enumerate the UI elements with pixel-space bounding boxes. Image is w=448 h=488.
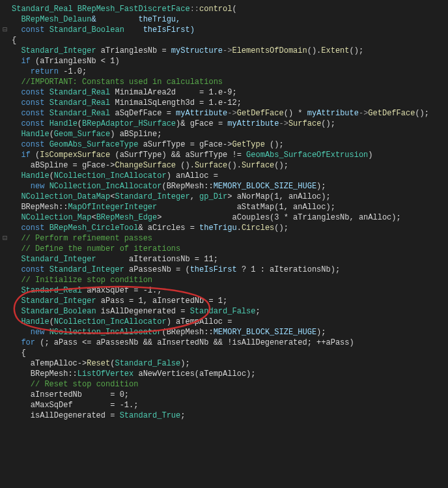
token-comment: // Define the number of iterations	[21, 244, 180, 253]
fold-icon[interactable]: ⊟	[3, 25, 9, 35]
code-line: Standard_Integer aIterationsNb = 11;	[0, 254, 448, 265]
code-line: isAllDegenerated = Standard_True;	[0, 410, 448, 421]
token-function: control	[199, 5, 232, 14]
token-type: Standard_Real	[12, 5, 73, 14]
code-line: // Initialize stop condition	[0, 275, 448, 285]
code-line: ⊟ const Standard_Boolean theIsFirst)	[0, 25, 448, 35]
code-line: const Handle(BRepAdaptor_HSurface)& gFac…	[0, 119, 448, 129]
token-comment: // Initialize stop condition	[21, 276, 152, 285]
code-line: // Define the number of iterations	[0, 244, 448, 254]
token-type: BRepMesh_Delaun	[21, 15, 91, 24]
code-line: if (IsCompexSurface (aSurfType) && aSurf…	[0, 150, 448, 160]
code-line: {	[0, 348, 448, 358]
code-line: aTempAlloc->Reset(Standard_False);	[0, 358, 448, 369]
code-line: NCollection_DataMap<Standard_Integer, gp…	[0, 192, 448, 202]
code-editor[interactable]: Standard_Real BRepMesh_FastDiscretFace::…	[0, 0, 448, 425]
code-line: Standard_Integer aTrianglesNb = myStruct…	[0, 46, 448, 56]
code-line: new NCollection_IncAllocator(BRepMesh::M…	[0, 181, 448, 192]
code-line: Handle(NCollection_IncAllocator) aTempAl…	[0, 317, 448, 327]
code-line: const Standard_Real MinimalArea2d = 1.e-…	[0, 87, 448, 98]
token-type: BRepMesh_FastDiscretFace	[77, 5, 190, 14]
code-line: Standard_Boolean isAllDegenerated = Stan…	[0, 306, 448, 317]
token-comment: //IMPORTANT: Constants used in calculati…	[21, 78, 223, 87]
code-line: NCollection_Map<BRepMesh_Edge> aCouples(…	[0, 212, 448, 223]
code-line: Standard_Real BRepMesh_FastDiscretFace::…	[0, 4, 448, 14]
fold-icon[interactable]: ⊟	[3, 233, 9, 244]
token-comment: // Reset stop condition	[31, 380, 139, 389]
code-line: const Standard_Real MinimalSqLength3d = …	[0, 98, 448, 108]
code-line: const Standard_Real aSqDefFace = myAttri…	[0, 108, 448, 119]
token-comment: // Perform refinement passes	[21, 234, 152, 243]
code-line: BRepMesh::ListOfVertex aNewVertices(aTem…	[0, 369, 448, 379]
code-line: {	[0, 35, 448, 46]
code-line: const GeomAbs_SurfaceType aSurfType = gF…	[0, 139, 448, 150]
code-line: new NCollection_IncAllocator(BRepMesh::M…	[0, 327, 448, 337]
code-line: Handle(NCollection_IncAllocator) anAlloc…	[0, 171, 448, 181]
code-line: Standard_Integer aPass = 1, aInsertedNb …	[0, 296, 448, 306]
code-line: Handle(Geom_Surface) aBSpline;	[0, 129, 448, 139]
code-line: BRepMesh::MapOfIntegerInteger aStatMap(1…	[0, 202, 448, 212]
code-line: BRepMesh_Delaun& theTrigu,	[0, 14, 448, 25]
code-line: if (aTrianglesNb < 1)	[0, 56, 448, 66]
code-line: const BRepMesh_CircleTool& aCircles = th…	[0, 223, 448, 233]
code-line: ⊟ // Perform refinement passes	[0, 233, 448, 244]
code-line: //IMPORTANT: Constants used in calculati…	[0, 77, 448, 87]
code-line: Standard_Real aMaxSqDef = -1.;	[0, 285, 448, 296]
code-line: // Reset stop condition	[0, 379, 448, 390]
code-line: aMaxSqDef = -1.;	[0, 400, 448, 410]
code-line: for (; aPass <= aPassesNb && aInsertedNb…	[0, 337, 448, 348]
code-line: return -1.0;	[0, 66, 448, 77]
code-line: aBSpline = gFace->ChangeSurface ().Surfa…	[0, 160, 448, 171]
code-line: const Standard_Integer aPassesNb = (theI…	[0, 265, 448, 275]
code-line: aInsertedNb = 0;	[0, 390, 448, 400]
